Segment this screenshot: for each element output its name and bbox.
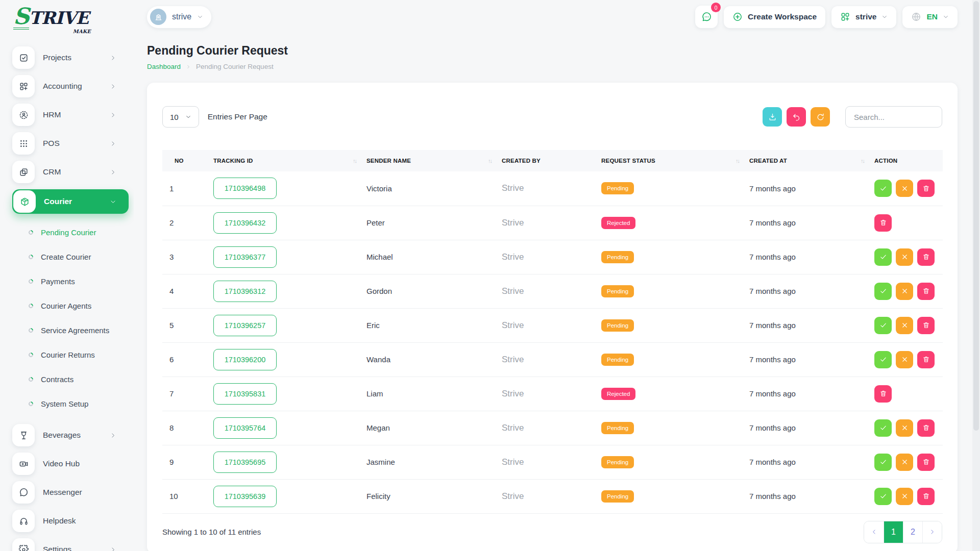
sender-name-cell: Wanda xyxy=(361,342,497,377)
delete-button[interactable] xyxy=(874,214,892,232)
create-workspace-button[interactable]: Create Workspace xyxy=(724,6,825,28)
approve-button[interactable] xyxy=(874,248,892,266)
reject-button[interactable] xyxy=(896,351,913,368)
export-download-button[interactable] xyxy=(763,107,782,127)
delete-button[interactable] xyxy=(874,385,892,403)
sort-icon[interactable]: ↑↓ xyxy=(488,158,492,164)
tracking-id-button[interactable]: 1710395695 xyxy=(213,452,277,473)
search-input[interactable] xyxy=(845,106,942,128)
scrollbar-thumb[interactable] xyxy=(973,1,979,431)
approve-button[interactable] xyxy=(874,419,892,437)
sidebar-item-hrm[interactable]: HRM xyxy=(12,104,122,126)
sidebar-item-messenger[interactable]: Messenger xyxy=(12,481,122,504)
sidebar-subitem-service-agreements[interactable]: Service Agreements xyxy=(12,318,134,342)
delete-button[interactable] xyxy=(917,283,935,300)
delete-button[interactable] xyxy=(917,351,935,368)
sender-name-cell: Peter xyxy=(361,206,497,240)
sidebar-item-label: Projects xyxy=(43,53,71,62)
sidebar-subitem-courier-returns[interactable]: Courier Returns xyxy=(12,342,134,367)
undo-button[interactable] xyxy=(787,107,806,127)
sidebar-subitem-payments[interactable]: Payments xyxy=(12,269,134,293)
status-badge: Pending xyxy=(601,251,634,263)
breadcrumb-dashboard-link[interactable]: Dashboard xyxy=(147,63,181,70)
sort-icon[interactable]: ↑↓ xyxy=(353,158,356,164)
gear-icon xyxy=(19,545,29,551)
reject-button[interactable] xyxy=(896,283,913,300)
status-badge: Pending xyxy=(601,490,634,503)
reject-button[interactable] xyxy=(896,317,913,334)
next-page-button[interactable] xyxy=(922,521,942,543)
reject-button[interactable] xyxy=(896,248,913,266)
sidebar-item-icon-box xyxy=(12,538,35,551)
sidebar-subitem-system-setup[interactable]: System Setup xyxy=(12,391,134,416)
delete-button[interactable] xyxy=(917,419,935,437)
prev-page-button[interactable] xyxy=(864,521,884,543)
tracking-id-cell: 1710396257 xyxy=(208,308,361,342)
sort-icon[interactable]: ↑↓ xyxy=(861,158,864,164)
trash-icon xyxy=(879,390,887,397)
approve-button[interactable] xyxy=(874,454,892,471)
tracking-id-button[interactable]: 1710395831 xyxy=(213,383,277,405)
sidebar-item-accounting[interactable]: Accounting xyxy=(12,75,122,97)
action-cell xyxy=(869,479,943,513)
page-scrollbar[interactable] xyxy=(972,0,980,551)
tracking-id-button[interactable]: 1710396498 xyxy=(213,178,277,199)
brand-logo[interactable]: S TRIVE MAKE xyxy=(13,5,91,34)
reject-button[interactable] xyxy=(896,488,913,505)
tracking-id-button[interactable]: 1710396312 xyxy=(213,281,277,302)
sidebar-item-helpdesk[interactable]: Helpdesk xyxy=(12,510,122,532)
sidebar-item-pos[interactable]: POS xyxy=(12,132,122,155)
sidebar-subitem-courier-agents[interactable]: Courier Agents xyxy=(12,293,134,318)
workspace-menu-button[interactable]: strive xyxy=(831,6,896,28)
column-header-request-status: REQUEST STATUS↑↓ xyxy=(596,150,744,171)
bullet-icon xyxy=(28,352,34,358)
tracking-id-button[interactable]: 1710396257 xyxy=(213,315,277,336)
sort-icon[interactable]: ↑↓ xyxy=(736,158,739,164)
tracking-id-button[interactable]: 1710396432 xyxy=(213,212,277,234)
created-by-text: Strive xyxy=(502,252,524,262)
workspace-chip[interactable]: strive xyxy=(147,6,211,28)
page-title: Pending Courier Request xyxy=(147,44,958,58)
chevron-down-icon xyxy=(881,14,888,20)
tracking-id-button[interactable]: 1710396377 xyxy=(213,246,277,268)
delete-button[interactable] xyxy=(917,488,935,505)
tracking-id-button[interactable]: 1710395764 xyxy=(213,417,277,439)
reject-button[interactable] xyxy=(896,180,913,197)
sidebar-item-icon-box xyxy=(12,481,35,504)
sidebar-item-settings[interactable]: Settings xyxy=(12,538,122,551)
sidebar-item-courier[interactable]: Courier xyxy=(12,189,129,214)
sidebar-subitem-contracts[interactable]: Contracts xyxy=(12,367,134,391)
delete-button[interactable] xyxy=(917,180,935,197)
sender-name-cell: Eric xyxy=(361,308,497,342)
approve-button[interactable] xyxy=(874,283,892,300)
approve-button[interactable] xyxy=(874,180,892,197)
column-header-inner: ACTION xyxy=(874,158,938,164)
page-button-1[interactable]: 1 xyxy=(884,521,903,543)
sidebar-subitem-create-courier[interactable]: Create Courier xyxy=(12,244,134,269)
language-selector[interactable]: EN xyxy=(902,6,958,28)
messages-button[interactable]: 0 xyxy=(695,6,718,28)
tracking-id-button[interactable]: 1710396200 xyxy=(213,349,277,370)
delete-button[interactable] xyxy=(917,248,935,266)
approve-button[interactable] xyxy=(874,488,892,505)
sidebar-item-projects[interactable]: Projects xyxy=(12,46,122,69)
column-header-label: CREATED BY xyxy=(502,158,541,164)
refresh-button[interactable] xyxy=(811,107,830,127)
status-badge: Pending xyxy=(601,456,634,468)
delete-button[interactable] xyxy=(917,317,935,334)
reject-button[interactable] xyxy=(896,454,913,471)
approve-button[interactable] xyxy=(874,317,892,334)
approve-button[interactable] xyxy=(874,351,892,368)
chevron-right-icon xyxy=(110,140,116,147)
reject-button[interactable] xyxy=(896,419,913,437)
sidebar-item-video-hub[interactable]: Video Hub xyxy=(12,453,122,475)
delete-button[interactable] xyxy=(917,454,935,471)
sidebar-item-beverages[interactable]: Beverages xyxy=(12,424,122,446)
sidebar-subitem-pending-courier[interactable]: Pending Courier xyxy=(12,220,134,244)
page-button-2[interactable]: 2 xyxy=(903,521,922,543)
row-number-cell: 10 xyxy=(162,479,208,513)
tracking-id-button[interactable]: 1710395639 xyxy=(213,486,277,507)
sidebar-item-crm[interactable]: CRM xyxy=(12,161,122,183)
entries-per-page-select[interactable]: 10 xyxy=(162,106,199,128)
building-icon xyxy=(154,13,163,21)
